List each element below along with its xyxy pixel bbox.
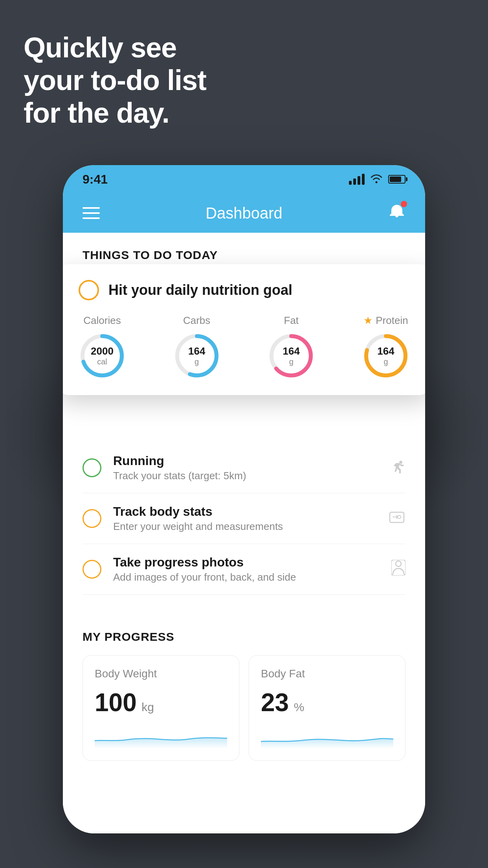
body-weight-card-title: Body Weight bbox=[95, 668, 227, 680]
body-stats-subtitle: Enter your weight and measurements bbox=[113, 520, 376, 533]
status-icons bbox=[349, 173, 405, 186]
svg-point-10 bbox=[396, 561, 401, 566]
protein-unit: g bbox=[377, 357, 394, 366]
person-icon bbox=[391, 560, 405, 579]
calories-donut: 2000 cal bbox=[79, 332, 126, 379]
phone-frame: 9:41 Da bbox=[63, 165, 425, 833]
todo-list: Running Track your stats (target: 5km) T… bbox=[63, 443, 425, 595]
nutrition-row: Calories 2000 cal Carbs bbox=[79, 314, 409, 379]
app-header: Dashboard bbox=[63, 193, 425, 233]
hero-line1: Quickly see bbox=[24, 31, 206, 64]
hero-line3: for the day. bbox=[24, 97, 206, 129]
progress-section: MY PROGRESS Body Weight 100 kg bbox=[63, 611, 425, 776]
protein-label: ★ Protein bbox=[363, 314, 408, 327]
notifications-button[interactable] bbox=[388, 202, 405, 224]
fat-label: Fat bbox=[284, 314, 299, 327]
body-fat-card-title: Body Fat bbox=[261, 668, 393, 680]
body-fat-chart bbox=[261, 725, 393, 748]
menu-button[interactable] bbox=[83, 207, 100, 219]
body-weight-chart bbox=[95, 725, 227, 748]
progress-header: MY PROGRESS bbox=[83, 630, 405, 644]
fat-value: 164 bbox=[283, 345, 300, 357]
body-stats-content: Track body stats Enter your weight and m… bbox=[113, 504, 376, 533]
photos-subtitle: Add images of your front, back, and side bbox=[113, 571, 380, 583]
photos-title: Take progress photos bbox=[113, 555, 380, 570]
running-icon bbox=[388, 459, 405, 477]
nutrition-card-title: Hit your daily nutrition goal bbox=[108, 282, 292, 298]
running-title: Running bbox=[113, 454, 376, 468]
carbs-unit: g bbox=[188, 357, 205, 366]
svg-rect-11 bbox=[391, 560, 405, 576]
scale-icon bbox=[388, 510, 405, 528]
phone-body: THINGS TO DO TODAY Hit your daily nutrit… bbox=[63, 233, 425, 833]
calories-label: Calories bbox=[83, 314, 121, 327]
star-icon: ★ bbox=[363, 314, 372, 327]
carbs-donut: 164 g bbox=[173, 332, 220, 379]
list-item-photos[interactable]: Take progress photos Add images of your … bbox=[83, 544, 405, 595]
nutrition-calories: Calories 2000 cal bbox=[79, 314, 126, 379]
body-fat-unit: % bbox=[294, 701, 305, 714]
running-check[interactable] bbox=[83, 458, 101, 477]
svg-point-9 bbox=[398, 515, 401, 519]
progress-cards: Body Weight 100 kg bbox=[83, 655, 405, 761]
wifi-icon bbox=[370, 173, 383, 186]
calories-unit: cal bbox=[91, 357, 114, 366]
body-stats-check[interactable] bbox=[83, 509, 101, 528]
body-fat-value: 23 bbox=[261, 688, 289, 717]
header-title: Dashboard bbox=[205, 204, 283, 222]
hero-text: Quickly see your to-do list for the day. bbox=[24, 31, 206, 129]
signal-icon bbox=[349, 174, 365, 185]
body-fat-value-row: 23 % bbox=[261, 688, 393, 717]
list-item-body-stats[interactable]: Track body stats Enter your weight and m… bbox=[83, 493, 405, 544]
notification-badge bbox=[401, 201, 407, 207]
status-time: 9:41 bbox=[83, 172, 108, 187]
carbs-value: 164 bbox=[188, 345, 205, 357]
status-bar: 9:41 bbox=[63, 165, 425, 193]
fat-donut: 164 g bbox=[268, 332, 315, 379]
running-subtitle: Track your stats (target: 5km) bbox=[113, 470, 376, 482]
nutrition-fat: Fat 164 g bbox=[268, 314, 315, 379]
nutrition-carbs: Carbs 164 g bbox=[173, 314, 220, 379]
nutrition-card: Hit your daily nutrition goal Calories 2… bbox=[63, 264, 425, 395]
list-item-running[interactable]: Running Track your stats (target: 5km) bbox=[83, 443, 405, 493]
body-weight-value: 100 bbox=[95, 688, 137, 717]
fat-unit: g bbox=[283, 357, 300, 366]
protein-donut: 164 g bbox=[362, 332, 409, 379]
calories-value: 2000 bbox=[91, 345, 114, 357]
protein-value: 164 bbox=[377, 345, 394, 357]
body-fat-card: Body Fat 23 % bbox=[249, 655, 405, 761]
body-stats-title: Track body stats bbox=[113, 504, 376, 519]
battery-icon bbox=[388, 175, 405, 184]
body-weight-unit: kg bbox=[141, 701, 154, 714]
photos-check[interactable] bbox=[83, 560, 101, 579]
body-weight-card: Body Weight 100 kg bbox=[83, 655, 239, 761]
nutrition-check-circle[interactable] bbox=[79, 280, 99, 300]
running-content: Running Track your stats (target: 5km) bbox=[113, 454, 376, 482]
body-weight-value-row: 100 kg bbox=[95, 688, 227, 717]
hero-line2: your to-do list bbox=[24, 64, 206, 97]
nutrition-protein: ★ Protein 164 g bbox=[362, 314, 409, 379]
photos-content: Take progress photos Add images of your … bbox=[113, 555, 380, 583]
carbs-label: Carbs bbox=[183, 314, 210, 327]
